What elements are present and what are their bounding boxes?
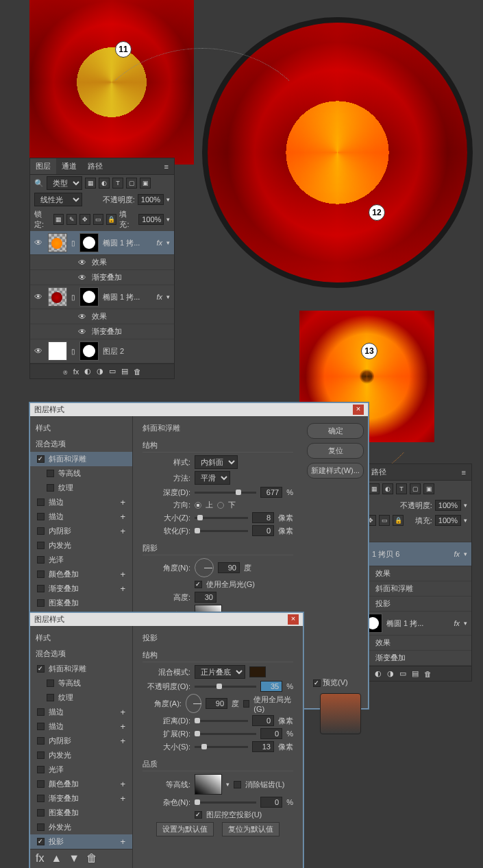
effect-satin[interactable]: 光泽 <box>30 553 132 567</box>
trash-icon[interactable]: 🗑 <box>424 670 432 678</box>
lock-trans-icon[interactable]: ▦ <box>53 214 64 225</box>
effect-texture[interactable]: 纹理 <box>30 481 132 495</box>
effect-bevel[interactable]: 斜面和浮雕 <box>30 662 132 676</box>
opacity-value[interactable]: 100% <box>138 194 164 205</box>
new-layer-icon[interactable]: ▤ <box>121 367 128 376</box>
effect-contour[interactable]: 等高线 <box>30 466 132 481</box>
tab-paths[interactable]: 路径 <box>82 158 108 174</box>
close-icon[interactable]: × <box>353 405 364 415</box>
layer-row[interactable]: 👁 ▯ 椭圆 1 拷... fx ▾ <box>30 285 174 309</box>
depth-value[interactable]: 677 <box>260 487 282 498</box>
up-icon[interactable]: ▲ <box>51 852 62 865</box>
tab-paths[interactable]: 路径 <box>366 464 392 480</box>
angle-value[interactable]: 90 <box>218 562 240 573</box>
knockout-checkbox[interactable] <box>195 811 202 819</box>
lock-move-icon[interactable]: ✥ <box>79 214 90 225</box>
dir-up-radio[interactable] <box>195 502 201 509</box>
blend-select[interactable]: 正片叠底 <box>195 665 245 679</box>
angle-value[interactable]: 90 <box>206 698 227 709</box>
fx-badge[interactable]: fx <box>156 239 162 247</box>
global-light-checkbox[interactable] <box>243 700 249 708</box>
layer-effect[interactable]: 👁渐变叠加 <box>30 324 174 339</box>
make-default-button[interactable]: 设置为默认值 <box>156 822 214 836</box>
filter-smart-icon[interactable]: ▣ <box>140 178 151 189</box>
menu-icon[interactable]: ≡ <box>159 160 174 173</box>
effect-stroke[interactable]: 描边+ <box>30 495 132 509</box>
size-value[interactable]: 13 <box>252 741 274 752</box>
tab-channels[interactable]: 通道 <box>56 158 82 174</box>
blend-options[interactable]: 混合选项 <box>30 436 132 452</box>
distance-slider[interactable] <box>195 720 248 722</box>
soften-slider[interactable] <box>195 530 248 532</box>
reset-default-button[interactable]: 复位为默认值 <box>222 822 280 836</box>
ok-button[interactable]: 确定 <box>307 423 364 439</box>
group-icon[interactable]: ▭ <box>399 669 406 678</box>
effect-outer-glow[interactable]: 外发光 <box>30 820 132 834</box>
effect-stroke[interactable]: 描边+ <box>30 719 132 734</box>
depth-slider[interactable] <box>195 492 256 494</box>
layer-row[interactable]: 👁 ▯ 图层 2 <box>30 339 174 363</box>
fx-icon[interactable]: fx <box>73 367 79 376</box>
blend-mode-select[interactable]: 线性光 <box>34 193 82 206</box>
noise-slider[interactable] <box>195 801 256 804</box>
style-select[interactable]: 内斜面 <box>195 455 238 469</box>
antialias-checkbox[interactable] <box>234 781 241 788</box>
distance-value[interactable]: 0 <box>252 715 274 726</box>
lock-artboard-icon[interactable]: ▭ <box>379 515 390 526</box>
filter-smart-icon[interactable]: ▣ <box>423 483 434 494</box>
effect-pattern-overlay[interactable]: 图案叠加 <box>30 596 132 610</box>
effect-pattern-overlay[interactable]: 图案叠加 <box>30 806 132 820</box>
menu-icon[interactable]: ≡ <box>456 466 471 479</box>
trash-icon[interactable]: 🗑 <box>134 367 141 376</box>
fx-add-icon[interactable]: fx <box>36 852 44 865</box>
adjustment-icon[interactable]: ◑ <box>97 367 103 376</box>
global-light-checkbox[interactable] <box>195 581 202 588</box>
lock-all-icon[interactable]: 🔒 <box>393 515 404 526</box>
effect-stroke[interactable]: 描边+ <box>30 509 132 524</box>
opacity-value[interactable]: 100% <box>435 500 461 511</box>
group-icon[interactable]: ▭ <box>109 367 116 376</box>
filter-type-icon[interactable]: T <box>112 178 123 189</box>
filter-pixel-icon[interactable]: ▦ <box>369 483 380 494</box>
lock-artboard-icon[interactable]: ▭ <box>93 214 103 225</box>
altitude-value[interactable]: 30 <box>195 592 216 603</box>
fx-badge[interactable]: fx <box>454 619 460 627</box>
lock-brush-icon[interactable]: ✎ <box>66 214 77 225</box>
effect-bevel[interactable]: 斜面和浮雕 <box>30 452 132 466</box>
layer-effect[interactable]: 👁效果 <box>30 255 174 270</box>
soften-value[interactable]: 0 <box>252 525 274 536</box>
filter-type-icon[interactable]: T <box>396 483 407 494</box>
lock-all-icon[interactable]: 🔒 <box>106 214 116 225</box>
noise-value[interactable]: 0 <box>260 797 282 808</box>
new-layer-icon[interactable]: ▤ <box>412 669 419 678</box>
size-slider[interactable] <box>195 746 248 748</box>
layer-row[interactable]: 👁 ▯ 椭圆 1 拷... fx ▾ <box>30 231 174 255</box>
effect-stroke[interactable]: 描边+ <box>30 705 132 719</box>
adjustment-icon[interactable]: ◑ <box>387 669 394 678</box>
new-style-button[interactable]: 新建样式(W)... <box>307 463 364 479</box>
effect-gradient-overlay[interactable]: 渐变叠加+ <box>30 791 132 806</box>
spread-value[interactable]: 0 <box>260 728 282 739</box>
filter-adjust-icon[interactable]: ◐ <box>382 483 393 494</box>
angle-dial[interactable] <box>195 558 214 577</box>
dir-down-radio[interactable] <box>217 502 224 509</box>
filter-adjust-icon[interactable]: ◐ <box>99 178 110 189</box>
layer-effect[interactable]: 👁效果 <box>30 309 174 324</box>
effect-texture[interactable]: 纹理 <box>30 690 132 705</box>
layer-effect[interactable]: 👁渐变叠加 <box>30 270 174 285</box>
color-picker[interactable] <box>249 666 266 677</box>
close-icon[interactable]: × <box>288 614 299 625</box>
visibility-icon[interactable]: 👁 <box>34 238 44 248</box>
effect-contour[interactable]: 等高线 <box>30 676 132 690</box>
method-select[interactable]: 平滑 <box>195 471 230 485</box>
cancel-button[interactable]: 复位 <box>307 443 364 459</box>
preview-checkbox[interactable] <box>313 679 321 687</box>
effect-inner-shadow[interactable]: 内阴影+ <box>30 524 132 538</box>
mask-icon[interactable]: ◐ <box>84 367 91 376</box>
filter-select[interactable]: 类型 <box>47 176 82 190</box>
blend-options[interactable]: 混合选项 <box>30 646 132 662</box>
effect-drop-shadow[interactable]: 投影+ <box>30 834 132 849</box>
link-layers-icon[interactable]: ⍟ <box>63 367 68 376</box>
fx-badge[interactable]: fx <box>156 293 162 301</box>
effect-inner-glow[interactable]: 内发光 <box>30 538 132 553</box>
